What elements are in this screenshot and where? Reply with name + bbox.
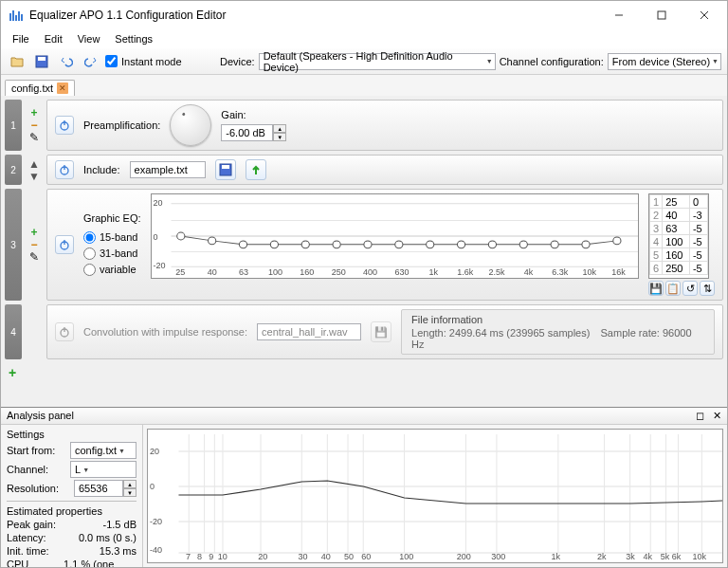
table-reset-icon[interactable]: ↺ [682, 281, 698, 296]
tab-bar: config.txt ✕ [1, 75, 727, 96]
svg-point-25 [208, 237, 215, 245]
svg-point-38 [612, 237, 620, 245]
gain-spinner[interactable]: ▲▼ [221, 124, 286, 141]
row-handle[interactable]: 1 [5, 100, 22, 151]
row-handle[interactable]: 4 [5, 304, 22, 359]
table-save-icon[interactable]: 💾 [648, 281, 664, 296]
ir-file-input [257, 323, 361, 340]
file-info-box: File information Length: 2499.64 ms (239… [401, 309, 715, 355]
edit-icon[interactable]: ✎ [27, 132, 41, 143]
svg-point-31 [394, 241, 402, 248]
convolution-label: Convolution with impulse response: [83, 326, 247, 338]
peak-gain-value: -1.5 dB [103, 519, 136, 530]
power-toggle[interactable] [55, 160, 74, 179]
close-button[interactable] [682, 2, 725, 28]
cpu-usage-value: 1.1 % (one core) [64, 559, 136, 568]
power-toggle[interactable] [55, 116, 74, 135]
svg-point-24 [176, 232, 184, 240]
power-toggle[interactable] [55, 322, 74, 341]
svg-point-35 [519, 241, 527, 248]
svg-point-37 [581, 241, 589, 248]
device-combo[interactable]: Default (Speakers - High Definition Audi… [259, 53, 496, 70]
analysis-chart[interactable]: 20 0 -20 -40 78910 2030405060 100200300 … [147, 429, 723, 563]
spin-down-icon[interactable]: ▼ [273, 133, 286, 141]
undock-icon[interactable]: ◻ [696, 410, 704, 421]
save-button[interactable] [31, 51, 52, 72]
browse-ir-button: 💾 [371, 321, 391, 342]
undo-button[interactable] [56, 51, 77, 72]
redo-button[interactable] [81, 51, 101, 72]
convolution-panel: Convolution with impulse response: 💾 Fil… [46, 304, 723, 359]
open-button[interactable] [7, 51, 27, 72]
preamp-label: Preamplification: [83, 119, 160, 131]
svg-rect-0 [9, 13, 11, 21]
remove-icon[interactable]: − [27, 239, 41, 250]
include-file-input[interactable] [130, 161, 206, 178]
minimize-button[interactable] [597, 2, 640, 28]
svg-point-29 [333, 241, 340, 248]
svg-point-33 [457, 241, 464, 248]
analysis-title: Analysis panel [7, 410, 74, 422]
edit-icon[interactable]: ✎ [27, 251, 41, 263]
add-above-icon[interactable]: + [27, 227, 41, 238]
gain-knob[interactable] [170, 104, 211, 146]
menu-settings[interactable]: Settings [107, 31, 160, 46]
row-controls: ▲ ▼ [26, 155, 43, 185]
svg-point-30 [363, 241, 371, 248]
radio-31band[interactable]: 31-band [83, 247, 141, 260]
geq-chart[interactable]: 20 0 -20 2540631001602504006301k1.6k2.5k… [151, 193, 639, 279]
spin-up-icon[interactable]: ▲ [273, 124, 286, 133]
resolution-spinner[interactable]: ▲▼ [74, 480, 136, 497]
filter-rows: 1 + − ✎ Preamplification: Gain: ▲▼ 2 ▲ ▼ [1, 96, 727, 407]
close-panel-icon[interactable]: ✕ [713, 410, 721, 421]
row-handle[interactable]: 2 [5, 155, 22, 185]
preamp-panel: Preamplification: Gain: ▲▼ [46, 100, 723, 151]
include-label: Include: [83, 164, 120, 175]
power-toggle[interactable] [55, 235, 74, 254]
gain-label: Gain: [221, 109, 286, 120]
channel-combo[interactable]: L▼ [70, 461, 136, 478]
menu-bar: File Edit View Settings [1, 29, 727, 48]
row-preamp: 1 + − ✎ Preamplification: Gain: ▲▼ [5, 100, 723, 151]
radio-variable[interactable]: variable [83, 264, 141, 276]
open-include-button[interactable] [246, 159, 266, 180]
radio-15band[interactable]: 15-band [83, 231, 141, 244]
remove-icon[interactable]: − [27, 119, 41, 131]
svg-rect-2 [15, 15, 17, 21]
chconfig-combo[interactable]: From device (Stereo)▼ [608, 53, 721, 70]
latency-value: 0.0 ms (0 s.) [79, 532, 136, 543]
row-controls [26, 304, 43, 359]
menu-edit[interactable]: Edit [37, 31, 70, 46]
chevron-down-icon[interactable]: ▼ [27, 171, 41, 182]
add-above-icon[interactable]: + [27, 107, 41, 119]
device-label: Device: [220, 56, 255, 67]
svg-rect-16 [222, 165, 229, 169]
chevron-up-icon[interactable]: ▲ [27, 158, 41, 170]
svg-rect-4 [21, 14, 23, 21]
window-title: Equalizer APO 1.1 Configuration Editor [29, 9, 597, 22]
analysis-panel: Analysis panel ◻ ✕ Settings Start from:c… [1, 407, 727, 567]
table-invert-icon[interactable]: ⇅ [700, 281, 715, 296]
row-handle[interactable]: 3 [5, 189, 22, 301]
table-copy-icon[interactable]: 📋 [665, 281, 681, 296]
add-row: + [5, 363, 723, 382]
browse-file-button[interactable] [215, 159, 236, 180]
tab-config[interactable]: config.txt ✕ [5, 80, 75, 96]
start-from-combo[interactable]: config.txt▼ [70, 442, 136, 459]
row-geq: 3 + − ✎ Graphic EQ: 15-band 31-band vari… [5, 189, 723, 301]
instant-mode-checkbox[interactable]: Instant mode [105, 55, 182, 67]
main-toolbar: Instant mode Device: Default (Speakers -… [1, 48, 727, 75]
band-table[interactable]: 1250240-3363-54100-55160-56250-5 [648, 193, 709, 279]
maximize-button[interactable] [640, 2, 682, 28]
menu-view[interactable]: View [70, 31, 108, 46]
svg-point-27 [270, 241, 278, 248]
gain-input[interactable] [221, 124, 273, 141]
svg-rect-10 [38, 57, 46, 61]
svg-rect-3 [18, 11, 20, 21]
svg-point-32 [426, 241, 433, 248]
include-panel: Include: [46, 155, 723, 185]
svg-point-34 [488, 241, 496, 248]
add-filter-icon[interactable]: + [9, 365, 16, 380]
menu-file[interactable]: File [5, 31, 37, 46]
tab-close-icon[interactable]: ✕ [57, 82, 68, 94]
